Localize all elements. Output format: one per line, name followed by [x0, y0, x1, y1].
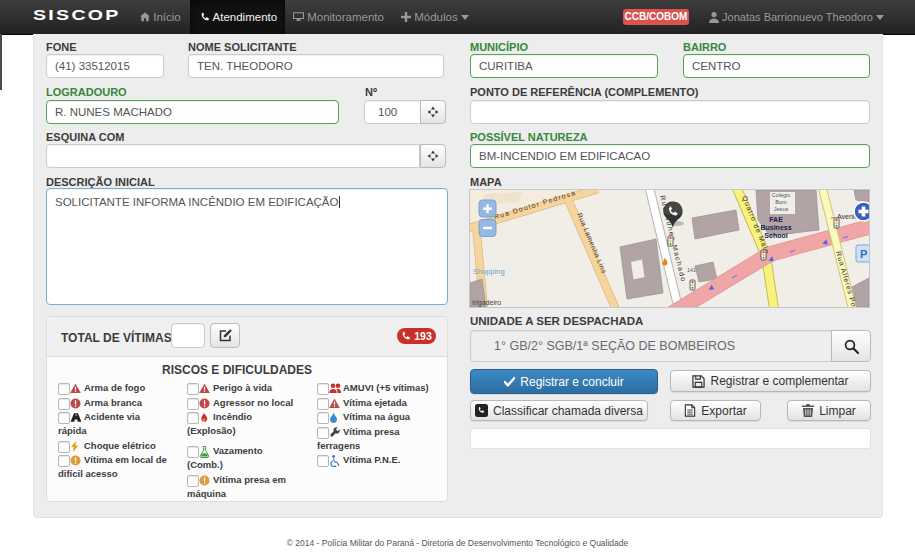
- svg-text:Business: Business: [760, 224, 791, 231]
- svg-text:141: 141: [687, 267, 696, 273]
- svg-text:Bom: Bom: [775, 199, 787, 205]
- svg-text:Shopping: Shopping: [473, 267, 505, 276]
- svg-text:P: P: [860, 248, 867, 260]
- svg-text:Colégio: Colégio: [772, 192, 791, 198]
- svg-text:FAE: FAE: [769, 216, 783, 223]
- svg-text:Irigadeiro: Irigadeiro: [472, 299, 501, 307]
- svg-text:Jesus: Jesus: [774, 206, 789, 212]
- svg-text:School: School: [764, 232, 787, 239]
